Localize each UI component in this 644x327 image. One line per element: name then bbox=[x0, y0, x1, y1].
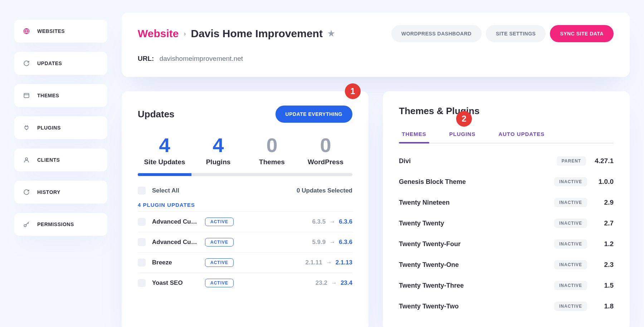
theme-name: Twenty Twenty-One bbox=[399, 261, 459, 269]
themes-plugins-panel: Themes & Plugins THEMESPLUGINSAUTO UPDAT… bbox=[383, 91, 630, 327]
plug-icon bbox=[23, 124, 30, 131]
plugin-name: Advanced Custo… bbox=[152, 218, 199, 225]
theme-row[interactable]: Twenty Twenty-One INACTIVE 2.3 bbox=[399, 254, 614, 275]
chevron-right-icon: › bbox=[184, 30, 186, 38]
site-settings-button[interactable]: SITE SETTINGS bbox=[486, 25, 546, 42]
sidebar-item-permissions[interactable]: PERMISSIONS bbox=[14, 213, 107, 236]
sidebar-item-themes[interactable]: THEMES bbox=[14, 84, 107, 107]
stat-item[interactable]: 4Site Updates bbox=[138, 133, 191, 166]
panels: Updates UPDATE EVERYTHING 4Site Updates4… bbox=[122, 91, 630, 327]
theme-status-badge: INACTIVE bbox=[554, 281, 587, 290]
theme-version: 4.27.1 bbox=[595, 157, 614, 165]
update-checkbox[interactable] bbox=[138, 259, 146, 267]
sidebar-item-label: PERMISSIONS bbox=[37, 221, 74, 227]
sidebar-item-plugins[interactable]: PLUGINS bbox=[14, 116, 107, 139]
theme-status-badge: INACTIVE bbox=[554, 260, 587, 269]
arrow-right-icon: → bbox=[331, 279, 337, 287]
theme-row[interactable]: Twenty Twenty-Three INACTIVE 1.5 bbox=[399, 275, 614, 296]
theme-status-badge: INACTIVE bbox=[554, 302, 587, 311]
plugin-updates-label: 4 PLUGIN UPDATES bbox=[138, 202, 352, 208]
theme-status-badge: INACTIVE bbox=[554, 198, 587, 207]
theme-row[interactable]: Twenty Twenty INACTIVE 2.7 bbox=[399, 213, 614, 234]
svg-point-2 bbox=[25, 158, 28, 160]
theme-version: 1.5 bbox=[596, 282, 614, 289]
version-new: 6.3.6 bbox=[339, 218, 352, 225]
globe-icon bbox=[23, 28, 30, 35]
stat-number: 4 bbox=[138, 133, 191, 157]
update-everything-button[interactable]: UPDATE EVERYTHING bbox=[275, 106, 352, 123]
stat-item[interactable]: 4Plugins bbox=[191, 133, 245, 166]
plugin-update-row: Advanced Custo… ACTIVE 6.3.5 → 6.3.6 bbox=[138, 211, 352, 232]
theme-row[interactable]: Genesis Block Theme INACTIVE 1.0.0 bbox=[399, 171, 614, 192]
sidebar-item-history[interactable]: HISTORY bbox=[14, 181, 107, 204]
theme-row[interactable]: Twenty Nineteen INACTIVE 2.9 bbox=[399, 192, 614, 213]
sidebar-item-clients[interactable]: CLIENTS bbox=[14, 148, 107, 171]
tab-auto-updates[interactable]: AUTO UPDATES bbox=[496, 127, 547, 143]
sync-site-data-button[interactable]: SYNC SITE DATA bbox=[550, 25, 614, 42]
active-badge: ACTIVE bbox=[205, 238, 234, 247]
version-old: 2.1.11 bbox=[305, 259, 322, 266]
theme-name: Twenty Twenty bbox=[399, 220, 444, 227]
select-all-checkbox[interactable] bbox=[138, 187, 146, 195]
theme-version: 2.3 bbox=[596, 261, 614, 269]
breadcrumb-root[interactable]: Website bbox=[138, 28, 179, 40]
arrow-right-icon: → bbox=[329, 239, 335, 246]
select-all-label[interactable]: Select All bbox=[152, 187, 179, 194]
arrow-right-icon: → bbox=[329, 218, 335, 225]
stat-item[interactable]: 0Themes bbox=[245, 133, 299, 166]
update-checkbox[interactable] bbox=[138, 238, 146, 246]
theme-name: Twenty Twenty-Two bbox=[399, 303, 459, 310]
plugin-update-row: Breeze ACTIVE 2.1.11 → 2.1.13 bbox=[138, 252, 352, 273]
version-old: 23.2 bbox=[316, 279, 327, 287]
theme-name: Twenty Nineteen bbox=[399, 199, 450, 206]
version-old: 5.9.9 bbox=[312, 239, 326, 246]
stat-label: Site Updates bbox=[138, 158, 191, 166]
url-label: URL: bbox=[138, 55, 154, 62]
theme-row[interactable]: Twenty Twenty-Four INACTIVE 1.2 bbox=[399, 234, 614, 254]
url-row: URL: davishomeimprovement.net bbox=[138, 55, 614, 63]
sidebar-item-label: CLIENTS bbox=[37, 157, 60, 163]
theme-row[interactable]: Twenty Twenty-Two INACTIVE 1.8 bbox=[399, 296, 614, 317]
themes-tabs: THEMESPLUGINSAUTO UPDATES bbox=[399, 127, 614, 143]
callout-2: 2 bbox=[456, 111, 472, 127]
plugin-update-row: Advanced Custo… ACTIVE 5.9.9 → 6.3.6 bbox=[138, 232, 352, 252]
tab-themes[interactable]: THEMES bbox=[399, 127, 429, 143]
sidebar-item-websites[interactable]: WEBSITES bbox=[14, 20, 107, 43]
version-new: 23.4 bbox=[341, 279, 352, 287]
sidebar-item-label: WEBSITES bbox=[37, 28, 65, 34]
arrow-right-icon: → bbox=[326, 259, 332, 266]
update-checkbox[interactable] bbox=[138, 279, 146, 287]
stat-number: 0 bbox=[245, 133, 299, 157]
updates-panel: Updates UPDATE EVERYTHING 4Site Updates4… bbox=[122, 91, 369, 327]
star-icon[interactable]: ★ bbox=[328, 29, 335, 38]
plugin-name: Breeze bbox=[152, 259, 199, 266]
theme-row[interactable]: Divi PARENT 4.27.1 bbox=[399, 151, 614, 171]
active-badge: ACTIVE bbox=[205, 258, 234, 267]
callout-1: 1 bbox=[345, 83, 361, 99]
sidebar-item-label: HISTORY bbox=[37, 189, 60, 195]
selected-count: 0 Updates Selected bbox=[297, 187, 352, 194]
stat-label: WordPress bbox=[299, 158, 352, 166]
themes-plugins-title: Themes & Plugins bbox=[399, 106, 614, 117]
theme-status-badge: PARENT bbox=[557, 156, 586, 166]
tab-plugins[interactable]: PLUGINS bbox=[447, 127, 479, 143]
url-value: davishomeimprovement.net bbox=[160, 55, 243, 62]
version-new: 2.1.13 bbox=[336, 259, 352, 266]
stat-item[interactable]: 0WordPress bbox=[299, 133, 352, 166]
sidebar-item-label: PLUGINS bbox=[37, 125, 61, 131]
wordpress-dashboard-button[interactable]: WORDPRESS DASHBOARD bbox=[391, 25, 482, 42]
theme-status-badge: INACTIVE bbox=[554, 177, 587, 186]
stats-tabs: 4Site Updates4Plugins0Themes0WordPress bbox=[138, 133, 352, 166]
update-checkbox[interactable] bbox=[138, 218, 146, 226]
sidebar-item-label: THEMES bbox=[37, 93, 59, 98]
select-row: Select All 0 Updates Selected bbox=[138, 187, 352, 195]
stat-number: 4 bbox=[191, 133, 245, 157]
theme-version: 2.9 bbox=[596, 199, 614, 206]
version-new: 6.3.6 bbox=[339, 239, 352, 246]
sidebar-item-updates[interactable]: UPDATES bbox=[14, 52, 107, 75]
svg-rect-1 bbox=[24, 93, 29, 98]
theme-name: Divi bbox=[399, 157, 411, 165]
main-content: Website › Davis Home Improvement ★ WORDP… bbox=[122, 0, 630, 327]
theme-status-badge: INACTIVE bbox=[554, 239, 587, 249]
theme-version: 2.7 bbox=[596, 219, 614, 227]
